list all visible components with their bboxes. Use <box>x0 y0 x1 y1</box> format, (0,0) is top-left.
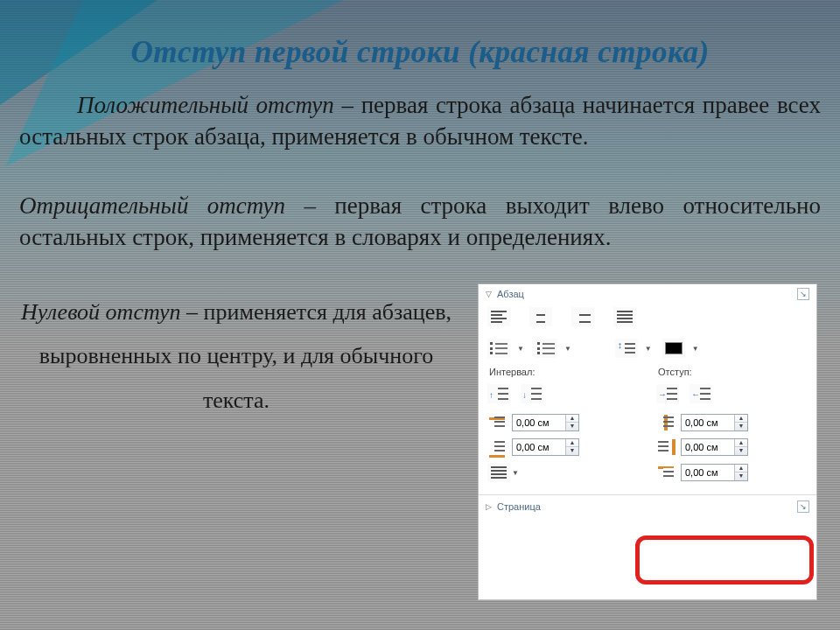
space-after-paragraph-icon <box>487 438 507 456</box>
term-negative: Отрицательный отступ <box>19 192 285 219</box>
spin-down-icon[interactable]: ▼ <box>735 472 747 480</box>
indent-before-text-input[interactable] <box>682 415 734 430</box>
space-before-para-row: ▲▼ <box>479 410 648 435</box>
first-line-indent-row: ▲▼ <box>648 459 816 486</box>
spin-up-icon[interactable]: ▲ <box>566 415 578 423</box>
hanging-indent-button[interactable] <box>487 463 510 482</box>
spin-up-icon[interactable]: ▲ <box>735 415 747 423</box>
space-before-para-input[interactable] <box>513 415 565 430</box>
paragraph-zero-indent: Нулевой отступ – применяется для абзацев… <box>19 290 453 424</box>
indent-after-text-input[interactable] <box>682 439 734 455</box>
bullet-list-button[interactable] <box>487 339 510 358</box>
paragraph-positive-indent: Положительный отступ – первая строка абз… <box>19 89 821 153</box>
align-center-button[interactable] <box>529 307 552 326</box>
space-before-paragraph-icon <box>487 414 507 431</box>
spin-down-icon[interactable]: ▼ <box>566 447 578 455</box>
align-justify-button[interactable] <box>613 307 636 326</box>
term-positive: Положительный отступ <box>77 92 334 118</box>
numbered-dropdown-icon[interactable]: ▼ <box>564 345 571 353</box>
spin-up-icon[interactable]: ▲ <box>566 439 578 447</box>
term-zero: Нулевой отступ <box>21 299 181 325</box>
hanging-dropdown-icon[interactable]: ▼ <box>512 469 519 477</box>
align-right-button[interactable] <box>571 307 594 326</box>
background-color-button[interactable] <box>662 339 685 358</box>
first-line-indent-input[interactable] <box>682 465 734 480</box>
decrease-spacing-button[interactable]: ↓ <box>521 384 543 403</box>
color-dropdown-icon[interactable]: ▼ <box>692 345 699 353</box>
spin-up-icon[interactable]: ▲ <box>735 439 747 447</box>
alignment-row <box>479 302 816 333</box>
panel-header-page[interactable]: ▷ Страница <box>479 494 816 514</box>
indent-before-text-icon <box>656 414 676 431</box>
collapse-icon: ▷ <box>486 502 492 511</box>
slide-title: Отступ первой строки (красная строка) <box>19 35 821 70</box>
line-spacing-button[interactable]: ↕ <box>615 339 638 358</box>
panel-header-paragraph[interactable]: ▽ Абзац <box>479 284 816 302</box>
paragraph-panel: ▽ Абзац ▼ ▼ ↕ ▼ ▼ Интервал: Отступ: <box>478 284 817 600</box>
dialog-launcher-icon[interactable] <box>797 500 809 513</box>
first-line-indent-icon <box>656 464 676 481</box>
indent-before-text-row: ▲▼ <box>648 410 816 435</box>
indent-after-text-row: ▲▼ <box>648 435 816 459</box>
spin-down-icon[interactable]: ▼ <box>566 423 578 430</box>
bullet-dropdown-icon[interactable]: ▼ <box>517 345 524 353</box>
label-interval: Интервал: <box>479 365 648 379</box>
spin-down-icon[interactable]: ▼ <box>735 423 747 430</box>
hanging-indent-row: ▼ <box>479 459 648 486</box>
paragraph-negative-indent: Отрицательный отступ – первая строка вых… <box>19 190 821 254</box>
dialog-launcher-icon[interactable] <box>797 288 809 300</box>
panel-title-page: Страница <box>497 501 541 512</box>
collapse-icon: ▽ <box>486 290 492 298</box>
indent-after-text-icon <box>656 438 676 456</box>
spin-down-icon[interactable]: ▼ <box>735 447 747 455</box>
space-after-para-row: ▲▼ <box>479 435 648 459</box>
increase-spacing-button[interactable]: ↑ <box>487 384 510 403</box>
numbered-list-button[interactable] <box>535 339 557 358</box>
spacing-dropdown-icon[interactable]: ▼ <box>645 345 652 353</box>
decrease-indent-button[interactable]: ← <box>690 384 712 403</box>
spin-up-icon[interactable]: ▲ <box>735 465 747 472</box>
list-row: ▼ ▼ ↕ ▼ ▼ <box>479 333 816 365</box>
space-after-para-input[interactable] <box>513 439 565 455</box>
panel-title-paragraph: Абзац <box>497 289 524 299</box>
color-swatch-icon <box>665 342 682 354</box>
increase-indent-button[interactable]: → <box>656 384 679 403</box>
label-indent: Отступ: <box>648 365 816 379</box>
align-left-button[interactable] <box>487 307 510 326</box>
